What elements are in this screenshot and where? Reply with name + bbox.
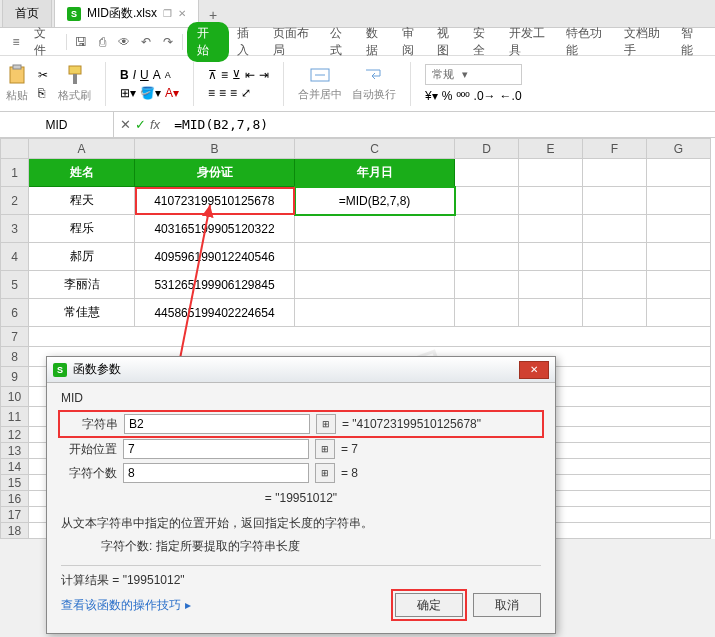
align-left-icon[interactable]: ≡ bbox=[208, 86, 215, 100]
cut-icon[interactable]: ✂ bbox=[38, 68, 48, 82]
cell-E6[interactable] bbox=[519, 299, 583, 327]
row-header-15[interactable]: 15 bbox=[1, 475, 29, 491]
align-middle-icon[interactable]: ≡ bbox=[221, 68, 228, 82]
dec-decimal-icon[interactable]: ←.0 bbox=[500, 89, 522, 103]
range-selector-icon[interactable]: ⊞ bbox=[315, 439, 335, 459]
cell-A3[interactable]: 程乐 bbox=[29, 215, 135, 243]
cell-D4[interactable] bbox=[455, 243, 519, 271]
param-input-count[interactable] bbox=[123, 463, 309, 483]
formula-input[interactable]: =MID(B2,7,8) bbox=[166, 117, 715, 132]
row-header-7[interactable]: 7 bbox=[1, 327, 29, 347]
col-header-G[interactable]: G bbox=[647, 139, 711, 159]
range-selector-icon[interactable]: ⊞ bbox=[315, 463, 335, 483]
cell-G6[interactable] bbox=[647, 299, 711, 327]
menu-security[interactable]: 安全 bbox=[467, 22, 501, 62]
restore-icon[interactable]: ❐ bbox=[163, 8, 172, 19]
cell-F6[interactable] bbox=[583, 299, 647, 327]
cell-E4[interactable] bbox=[519, 243, 583, 271]
orientation-icon[interactable]: ⤢ bbox=[241, 86, 251, 100]
font-shrink-button[interactable]: A bbox=[165, 70, 171, 80]
font-color-button[interactable]: A▾ bbox=[165, 86, 179, 100]
cell-C3[interactable] bbox=[295, 215, 455, 243]
range-selector-icon[interactable]: ⊞ bbox=[316, 414, 336, 434]
preview-icon[interactable]: 👁 bbox=[114, 31, 134, 53]
format-painter-button[interactable] bbox=[64, 64, 86, 86]
accept-formula-icon[interactable]: ✓ bbox=[135, 117, 146, 132]
param-input-start[interactable] bbox=[123, 439, 309, 459]
col-header-F[interactable]: F bbox=[583, 139, 647, 159]
align-right-icon[interactable]: ≡ bbox=[230, 86, 237, 100]
align-center-icon[interactable]: ≡ bbox=[219, 86, 226, 100]
row-header-9[interactable]: 9 bbox=[1, 367, 29, 387]
cell-B2[interactable]: 410723199510125678 bbox=[135, 187, 295, 215]
row-header-4[interactable]: 4 bbox=[1, 243, 29, 271]
menu-formula[interactable]: 公式 bbox=[324, 22, 358, 62]
print-icon[interactable]: ⎙ bbox=[93, 31, 113, 53]
merge-button[interactable] bbox=[309, 65, 331, 85]
cell-C5[interactable] bbox=[295, 271, 455, 299]
inc-decimal-icon[interactable]: .0→ bbox=[474, 89, 496, 103]
fill-color-button[interactable]: 🪣▾ bbox=[140, 86, 161, 100]
percent-icon[interactable]: % bbox=[442, 89, 453, 103]
indent-decrease-icon[interactable]: ⇤ bbox=[245, 68, 255, 82]
cell-F1[interactable] bbox=[583, 159, 647, 187]
cell-B4[interactable]: 409596199012240546 bbox=[135, 243, 295, 271]
menu-file[interactable]: 文件 bbox=[28, 22, 62, 62]
menu-data[interactable]: 数据 bbox=[360, 22, 394, 62]
cell-A6[interactable]: 常佳慧 bbox=[29, 299, 135, 327]
menu-view[interactable]: 视图 bbox=[431, 22, 465, 62]
cell-E3[interactable] bbox=[519, 215, 583, 243]
cell-A4[interactable]: 郝厉 bbox=[29, 243, 135, 271]
cancel-formula-icon[interactable]: ✕ bbox=[120, 117, 131, 132]
cell-D6[interactable] bbox=[455, 299, 519, 327]
col-header-E[interactable]: E bbox=[519, 139, 583, 159]
cell-row7[interactable] bbox=[29, 327, 711, 347]
cell-D3[interactable] bbox=[455, 215, 519, 243]
number-format-select[interactable]: 常规 ▾ bbox=[425, 64, 522, 85]
menu-page-layout[interactable]: 页面布局 bbox=[267, 22, 322, 62]
cell-F3[interactable] bbox=[583, 215, 647, 243]
cell-F2[interactable] bbox=[583, 187, 647, 215]
save-icon[interactable]: 🖫 bbox=[71, 31, 91, 53]
cell-B3[interactable]: 403165199905120322 bbox=[135, 215, 295, 243]
name-box[interactable]: MID bbox=[0, 112, 114, 137]
cell-G5[interactable] bbox=[647, 271, 711, 299]
row-header-17[interactable]: 17 bbox=[1, 507, 29, 523]
col-header-C[interactable]: C bbox=[295, 139, 455, 159]
border-button[interactable]: ⊞▾ bbox=[120, 86, 136, 100]
help-link[interactable]: 查看该函数的操作技巧 ▸ bbox=[61, 597, 191, 614]
row-header-3[interactable]: 3 bbox=[1, 215, 29, 243]
cell-D2[interactable] bbox=[455, 187, 519, 215]
ok-button[interactable]: 确定 bbox=[395, 593, 463, 617]
row-header-16[interactable]: 16 bbox=[1, 491, 29, 507]
row-header-18[interactable]: 18 bbox=[1, 523, 29, 539]
cell-B5[interactable]: 531265199906129845 bbox=[135, 271, 295, 299]
menu-smart[interactable]: 智能 bbox=[675, 22, 709, 62]
menu-review[interactable]: 审阅 bbox=[396, 22, 430, 62]
row-header-8[interactable]: 8 bbox=[1, 347, 29, 367]
cell-C1[interactable]: 年月日 bbox=[295, 159, 455, 187]
param-input-text[interactable] bbox=[124, 414, 310, 434]
underline-button[interactable]: U bbox=[140, 68, 149, 82]
dialog-titlebar[interactable]: S 函数参数 ✕ bbox=[47, 357, 555, 383]
undo-icon[interactable]: ↶ bbox=[136, 31, 156, 53]
cell-C2[interactable]: =MID(B2,7,8) bbox=[295, 187, 455, 215]
cell-F4[interactable] bbox=[583, 243, 647, 271]
row-header-5[interactable]: 5 bbox=[1, 271, 29, 299]
row-header-1[interactable]: 1 bbox=[1, 159, 29, 187]
dialog-close-button[interactable]: ✕ bbox=[519, 361, 549, 379]
close-icon[interactable]: ✕ bbox=[178, 8, 186, 19]
paste-button[interactable] bbox=[6, 64, 28, 86]
cell-G3[interactable] bbox=[647, 215, 711, 243]
col-header-B[interactable]: B bbox=[135, 139, 295, 159]
menu-dev-tools[interactable]: 开发工具 bbox=[503, 22, 558, 62]
copy-icon[interactable]: ⎘ bbox=[38, 86, 48, 100]
font-grow-button[interactable]: A bbox=[153, 68, 161, 82]
cell-A5[interactable]: 李丽洁 bbox=[29, 271, 135, 299]
align-top-icon[interactable]: ⊼ bbox=[208, 68, 217, 82]
hamburger-icon[interactable]: ≡ bbox=[6, 31, 26, 53]
cell-C4[interactable] bbox=[295, 243, 455, 271]
wrap-button[interactable] bbox=[363, 65, 385, 85]
cell-G2[interactable] bbox=[647, 187, 711, 215]
tab-file[interactable]: S MID函数.xlsx ❐ ✕ bbox=[54, 0, 199, 27]
